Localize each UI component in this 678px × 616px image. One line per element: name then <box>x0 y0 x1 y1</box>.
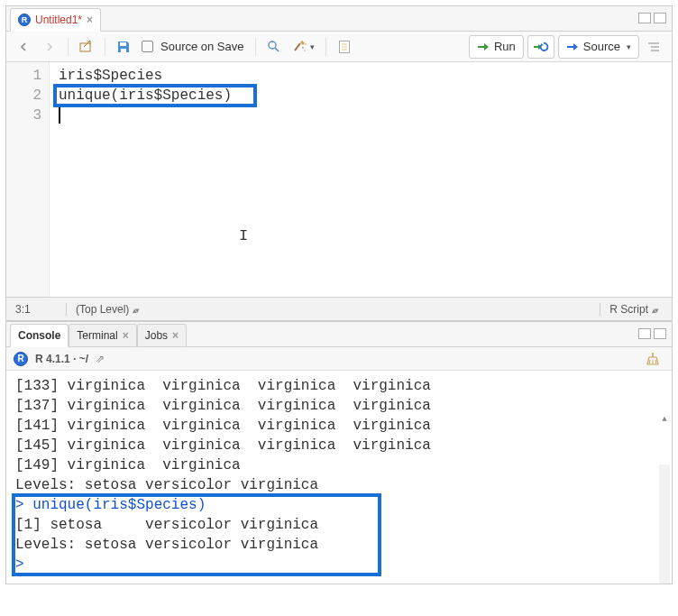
compile-report-button[interactable] <box>334 35 355 59</box>
code-line: unique(iris$Species) <box>59 86 666 106</box>
svg-point-7 <box>304 50 306 51</box>
svg-rect-2 <box>121 49 126 52</box>
console-line: Levels: setosa versicolor virginica <box>15 475 663 495</box>
language-selector[interactable]: R Script▴▾ <box>600 303 663 316</box>
gutter-num: 2 <box>6 86 41 106</box>
run-arrow-icon <box>477 41 490 52</box>
r-logo-icon: R <box>14 352 28 366</box>
tab-label: Terminal <box>77 329 117 342</box>
console-scrollbar[interactable]: ▲ ▼ <box>659 374 670 582</box>
console-output[interactable]: [133] virginica virginica virginica virg… <box>6 371 672 584</box>
show-in-new-window-button[interactable] <box>76 35 97 59</box>
svg-point-6 <box>305 43 307 45</box>
pane-minimize-icon[interactable] <box>638 328 651 339</box>
source-btn-label: Source <box>583 40 620 53</box>
source-toolbar: Source on Save ▾ Run Source ▾ <box>6 32 672 62</box>
console-line: [1] setosa versicolor virginica <box>15 515 663 535</box>
svg-point-5 <box>302 47 304 49</box>
separator <box>105 38 105 56</box>
console-tab[interactable]: Console <box>10 324 69 347</box>
r-file-icon: R <box>18 14 31 26</box>
code-body[interactable]: iris$Speciesunique(iris$Species) <box>50 62 672 297</box>
svg-rect-1 <box>120 42 126 46</box>
pane-controls <box>638 328 666 339</box>
svg-line-4 <box>275 48 279 51</box>
close-icon[interactable]: × <box>172 329 179 342</box>
console-line: [137] virginica virginica virginica virg… <box>15 396 663 416</box>
back-button[interactable] <box>14 35 35 59</box>
r-version-label: R 4.1.1 · ~/ <box>35 353 88 365</box>
svg-point-3 <box>269 41 276 49</box>
separator <box>325 38 326 56</box>
rerun-button[interactable] <box>527 35 554 59</box>
forward-button[interactable] <box>39 35 60 59</box>
tab-label: Console <box>18 329 60 342</box>
gutter-num: 3 <box>6 106 41 125</box>
tab-label: Jobs <box>145 329 168 342</box>
find-button[interactable] <box>263 35 285 59</box>
source-arrow-icon <box>566 41 579 52</box>
svg-line-20 <box>655 360 656 364</box>
pane-minimize-icon[interactable] <box>638 13 651 23</box>
source-tab-title: Untitled1* <box>35 14 82 26</box>
go-to-dir-icon[interactable]: ⇗ <box>96 353 105 365</box>
updown-icon: ▴▾ <box>133 306 138 315</box>
console-line: [133] virginica virginica virginica virg… <box>15 376 663 396</box>
console-pane: Console Terminal × Jobs × R R 4.1.1 · ~/… <box>5 321 673 584</box>
source-button[interactable]: Source ▾ <box>558 35 639 59</box>
chevron-down-icon: ▾ <box>310 42 315 51</box>
console-line: > unique(iris$Species) <box>15 495 663 515</box>
console-line: Levels: setosa versicolor virginica <box>15 535 663 555</box>
code-tools-button[interactable]: ▾ <box>289 35 318 59</box>
scope-selector[interactable]: (Top Level)▴▾ <box>66 303 600 316</box>
separator <box>255 38 256 56</box>
terminal-tab[interactable]: Terminal × <box>69 324 136 347</box>
code-line: iris$Species <box>59 66 666 86</box>
run-button[interactable]: Run <box>469 35 524 59</box>
source-statusbar: 3:1 (Top Level)▴▾ R Script▴▾ <box>6 297 672 320</box>
close-icon[interactable]: × <box>87 14 93 26</box>
console-line: [149] virginica virginica <box>15 455 663 475</box>
run-label: Run <box>494 40 516 53</box>
console-tabbar: Console Terminal × Jobs × <box>6 322 672 347</box>
source-tabbar: R Untitled1* × <box>6 6 672 32</box>
jobs-tab[interactable]: Jobs × <box>137 324 187 347</box>
gutter-num: 1 <box>6 66 41 86</box>
source-on-save-check[interactable]: Source on Save <box>138 35 248 59</box>
line-gutter: 1 2 3 <box>6 62 50 297</box>
scroll-track[interactable] <box>659 464 670 584</box>
separator <box>68 38 69 56</box>
svg-rect-0 <box>80 43 90 51</box>
code-line <box>59 106 666 125</box>
source-pane: R Untitled1* × Source on Save ▾ Run <box>5 5 673 321</box>
save-button[interactable] <box>113 35 134 59</box>
updown-icon: ▴▾ <box>652 306 657 315</box>
source-tab[interactable]: R Untitled1* × <box>10 8 101 32</box>
cursor-position: 3:1 <box>15 303 66 316</box>
pane-maximize-icon[interactable] <box>654 13 666 23</box>
code-editor[interactable]: 1 2 3 iris$Speciesunique(iris$Species) I <box>6 62 672 297</box>
chevron-down-icon: ▾ <box>627 42 631 51</box>
console-line: [145] virginica virginica virginica virg… <box>15 436 663 455</box>
checkbox-icon <box>142 41 153 52</box>
console-prompt[interactable]: > <box>15 555 663 575</box>
cursor-icon <box>59 107 60 124</box>
console-line: [141] virginica virginica virginica virg… <box>15 416 663 436</box>
console-infobar: R R 4.1.1 · ~/ ⇗ <box>6 347 672 371</box>
pane-maximize-icon[interactable] <box>654 328 666 339</box>
pane-controls <box>638 13 666 23</box>
source-on-save-label: Source on Save <box>160 40 244 53</box>
scroll-up-icon[interactable]: ▲ <box>659 414 670 425</box>
text-cursor-icon: I <box>239 227 248 244</box>
clear-console-button[interactable] <box>641 347 664 371</box>
outline-button[interactable] <box>643 35 664 59</box>
svg-line-18 <box>649 360 650 364</box>
close-icon[interactable]: × <box>123 329 129 342</box>
